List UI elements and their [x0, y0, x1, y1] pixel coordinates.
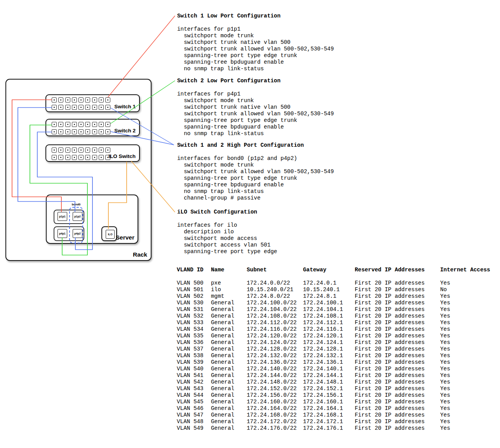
- table-cell: First 20 IP addresses: [355, 352, 440, 359]
- table-row: VLAN 539General172.24.136.0/22172.24.136…: [177, 359, 495, 366]
- switch-port: [85, 97, 90, 102]
- table-cell: 172.24.164.0/22: [247, 405, 303, 412]
- table-cell: 172.24.160.1: [303, 399, 355, 405]
- table-cell: VLAN 537: [177, 346, 211, 352]
- table-cell: First 20 IP addresses: [355, 320, 440, 326]
- table-cell: 172.24.148.1: [303, 379, 355, 385]
- switch-port: [99, 155, 104, 160]
- switch-port: [58, 148, 63, 153]
- switch-port: [99, 148, 104, 153]
- table-row: VLAN 501ilo10.15.240.0/2110.15.240.1Firs…: [177, 287, 495, 293]
- table-cell: General: [211, 405, 247, 412]
- bond0-label: bond0: [68, 203, 84, 206]
- table-cell: 172.24.8.1: [303, 293, 355, 300]
- table-cell: Yes: [440, 313, 495, 320]
- table-cell: Yes: [440, 412, 495, 418]
- table-cell: VLAN 535: [177, 333, 211, 339]
- switch-port: [52, 129, 57, 134]
- table-cell: 172.24.176.1: [303, 425, 355, 432]
- table-cell: VLAN 549: [177, 425, 211, 432]
- config-block-high-port: Switch 1 and 2 High Port Configuration i…: [177, 142, 334, 201]
- table-cell: First 20 IP addresses: [355, 313, 440, 320]
- config-block-ilo-switch: iLO Switch Configuration interfaces for …: [177, 209, 277, 255]
- table-cell: First 20 IP addresses: [355, 392, 440, 399]
- table-row: VLAN 545General172.24.160.0/22172.24.160…: [177, 399, 495, 405]
- table-cell: First 20 IP addresses: [355, 326, 440, 333]
- table-cell: 172.24.112.0/22: [247, 320, 303, 326]
- table-cell: 172.24.172.1: [303, 418, 355, 425]
- table-cell: 172.24.0.0/22: [247, 280, 303, 287]
- table-cell: General: [211, 339, 247, 346]
- table-cell: 172.24.156.1: [303, 392, 355, 399]
- table-cell: 172.24.104.1: [303, 306, 355, 313]
- table-cell: VLAN 545: [177, 399, 211, 405]
- switch-port: [65, 105, 70, 110]
- table-cell: Yes: [440, 346, 495, 352]
- switch-port: [105, 105, 110, 110]
- table-cell: 172.24.136.1: [303, 359, 355, 366]
- vlan-table-header-row: VLAND IDNameSubnetGatewayReserved IP Add…: [177, 267, 495, 273]
- table-cell: General: [211, 366, 247, 372]
- table-cell: First 20 IP addresses: [355, 412, 440, 418]
- table-row: VLAN 500pxe172.24.0.0/22172.24.0.1First …: [177, 280, 495, 287]
- table-cell: General: [211, 399, 247, 405]
- table-cell: 172.24.112.1: [303, 320, 355, 326]
- switch-port: [99, 129, 104, 134]
- switch-port: [85, 129, 90, 134]
- table-header-cell: Internet Access: [440, 267, 495, 273]
- switch-port: [92, 97, 97, 102]
- switch-port: [72, 155, 77, 160]
- table-row: VLAN 549General172.24.176.0/22172.24.176…: [177, 425, 495, 432]
- switch-1-box: Switch 1: [45, 94, 140, 112]
- table-cell: First 20 IP addresses: [355, 385, 440, 392]
- table-cell: 172.24.100.0/22: [247, 300, 303, 306]
- switch-2-label: Switch 2: [114, 128, 136, 134]
- table-cell: 172.24.144.0/22: [247, 372, 303, 379]
- table-cell: Yes: [440, 280, 495, 287]
- table-cell: 172.24.140.0/22: [247, 366, 303, 372]
- switch-port: [105, 148, 110, 153]
- table-cell: 172.24.128.0/22: [247, 346, 303, 352]
- table-cell: General: [211, 418, 247, 425]
- table-cell: 172.24.156.0/22: [247, 392, 303, 399]
- table-cell: 172.24.8.0/22: [247, 293, 303, 300]
- table-cell: First 20 IP addresses: [355, 418, 440, 425]
- config-title: Switch 1 Low Port Configuration: [177, 13, 334, 19]
- table-cell: VLAN 502: [177, 293, 211, 300]
- config-title: Switch 1 and 2 High Port Configuration: [177, 142, 334, 149]
- switch-port: [92, 155, 97, 160]
- table-cell: Yes: [440, 339, 495, 346]
- table-cell: Yes: [440, 399, 495, 405]
- switch-port: [52, 148, 57, 153]
- server-port-p4p2: p4p2: [73, 229, 82, 238]
- switch-port: [52, 155, 57, 160]
- table-cell: Yes: [440, 306, 495, 313]
- table-cell: Yes: [440, 293, 495, 300]
- table-cell: VLAN 536: [177, 339, 211, 346]
- switch-port: [105, 129, 110, 134]
- table-cell: 172.24.148.0/22: [247, 379, 303, 385]
- table-row: VLAN 540General172.24.140.0/22172.24.140…: [177, 366, 495, 372]
- table-cell: First 20 IP addresses: [355, 399, 440, 405]
- table-cell: First 20 IP addresses: [355, 333, 440, 339]
- table-cell: 172.24.176.0/22: [247, 425, 303, 432]
- switch-port: [85, 148, 90, 153]
- vlan-table: VLAND IDNameSubnetGatewayReserved IP Add…: [177, 267, 495, 432]
- table-cell: 172.24.0.1: [303, 280, 355, 287]
- table-row: VLAN 531General172.24.104.0/22172.24.104…: [177, 306, 495, 313]
- table-cell: VLAN 539: [177, 359, 211, 366]
- switch-port: [78, 105, 84, 110]
- table-cell: 172.24.140.1: [303, 366, 355, 372]
- table-cell: General: [211, 359, 247, 366]
- table-header-cell: VLAND ID: [177, 267, 211, 273]
- ilo-switch-port-grid: [52, 148, 110, 160]
- table-cell: Yes: [440, 366, 495, 372]
- table-cell: First 20 IP addresses: [355, 300, 440, 306]
- table-header-cell: Reserved IP Addresses: [355, 267, 440, 273]
- table-row: VLAN 544General172.24.156.0/22172.24.156…: [177, 392, 495, 399]
- table-row: VLAN 541General172.24.144.0/22172.24.144…: [177, 372, 495, 379]
- switch-port: [78, 155, 84, 160]
- table-cell: General: [211, 306, 247, 313]
- switch-port: [105, 97, 110, 102]
- table-cell: VLAN 500: [177, 280, 211, 287]
